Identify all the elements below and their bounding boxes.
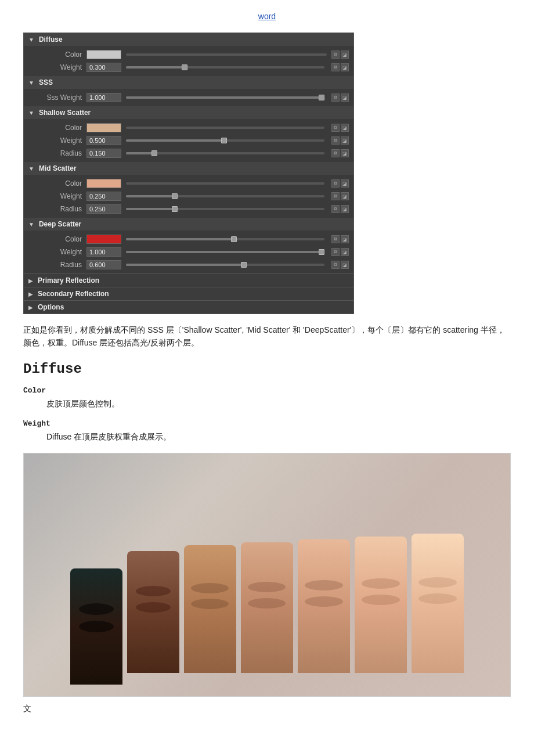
deep-radius-input[interactable] [86, 260, 121, 269]
diffuse-color-icons: ⧉ ◪ [331, 51, 349, 59]
color-prop-title: Color [23, 386, 511, 395]
secondary-reflection-row[interactable]: ▶ Secondary Reflection [24, 287, 353, 300]
deep-weight-slider[interactable] [126, 251, 324, 253]
shallow-weight-copy-icon[interactable]: ⧉ [331, 136, 340, 145]
primary-reflection-row[interactable]: ▶ Primary Reflection [24, 273, 353, 287]
secondary-reflection-title: Secondary Reflection [38, 290, 109, 298]
shallow-weight-icons: ⧉ ◪ [331, 136, 349, 145]
deep-scatter-arrow: ▼ [28, 221, 34, 228]
shallow-weight-input[interactable] [86, 136, 121, 145]
shallow-radius-key-icon[interactable]: ◪ [341, 149, 349, 157]
shallow-weight-key-icon[interactable]: ◪ [341, 136, 349, 145]
shallow-weight-row: Weight ⧉ ◪ [24, 134, 353, 147]
bottom-label: 文 [23, 704, 511, 714]
deep-color-copy-icon[interactable]: ⧉ [331, 235, 340, 243]
shallow-color-copy-icon[interactable]: ⧉ [331, 124, 340, 132]
top-link-container: word [23, 12, 511, 21]
mid-scatter-arrow: ▼ [28, 165, 34, 172]
shallow-radius-icons: ⧉ ◪ [331, 149, 349, 157]
diffuse-arrow: ▼ [28, 37, 34, 43]
deep-scatter-header[interactable]: ▼ Deep Scatter [24, 218, 353, 231]
deep-color-swatch[interactable] [86, 235, 121, 244]
diffuse-content: Color ⧉ ◪ Weight [24, 46, 353, 76]
render-image [23, 453, 511, 697]
mid-radius-icons: ⧉ ◪ [331, 205, 349, 213]
deep-radius-key-icon[interactable]: ◪ [341, 261, 349, 269]
diffuse-header[interactable]: ▼ Diffuse [24, 33, 353, 46]
deep-color-key-icon[interactable]: ◪ [341, 235, 349, 243]
diffuse-color-key-icon[interactable]: ◪ [341, 51, 349, 59]
diffuse-weight-row: Weight ⧉ ◪ [24, 61, 353, 74]
sss-weight-input[interactable] [86, 93, 121, 102]
sss-header[interactable]: ▼ SSS [24, 76, 353, 89]
options-arrow: ▶ [28, 304, 33, 311]
shallow-radius-row: Radius ⧉ ◪ [24, 147, 353, 160]
deep-radius-label: Radius [28, 261, 86, 269]
shallow-radius-input[interactable] [86, 149, 121, 158]
diffuse-weight-key-icon[interactable]: ◪ [341, 63, 349, 71]
deep-radius-copy-icon[interactable]: ⧉ [331, 261, 340, 269]
deep-color-slider [126, 238, 324, 240]
deep-weight-key-icon[interactable]: ◪ [341, 248, 349, 256]
mid-weight-input[interactable] [86, 192, 121, 201]
sss-arrow: ▼ [28, 80, 34, 86]
secondary-reflection-arrow: ▶ [28, 291, 33, 297]
shallow-radius-slider[interactable] [126, 152, 324, 154]
deep-color-icons: ⧉ ◪ [331, 235, 349, 243]
mid-radius-label: Radius [28, 205, 86, 213]
mid-weight-key-icon[interactable]: ◪ [341, 192, 349, 200]
mid-color-slider [126, 182, 324, 185]
mid-color-swatch[interactable] [86, 179, 121, 188]
mid-radius-input[interactable] [86, 204, 121, 214]
bottom-label-text: 文 [23, 704, 31, 713]
sss-weight-copy-icon[interactable]: ⧉ [331, 93, 340, 102]
diffuse-weight-input[interactable] [86, 63, 121, 72]
deep-radius-slider[interactable] [126, 264, 324, 266]
diffuse-color-swatch[interactable] [86, 50, 121, 59]
sss-weight-key-icon[interactable]: ◪ [341, 93, 349, 102]
deep-weight-copy-icon[interactable]: ⧉ [331, 248, 340, 256]
mid-weight-row: Weight ⧉ ◪ [24, 190, 353, 203]
mid-weight-copy-icon[interactable]: ⧉ [331, 192, 340, 200]
options-row[interactable]: ▶ Options [24, 300, 353, 314]
shallow-color-key-icon[interactable]: ◪ [341, 124, 349, 132]
mid-radius-slider[interactable] [126, 208, 324, 210]
deep-color-row: Color ⧉ ◪ [24, 233, 353, 246]
shallow-weight-slider[interactable] [126, 139, 324, 142]
deep-weight-label: Weight [28, 248, 86, 256]
mid-radius-row: Radius ⧉ ◪ [24, 203, 353, 215]
top-link[interactable]: word [258, 12, 276, 21]
deep-weight-row: Weight ⧉ ◪ [24, 246, 353, 258]
mid-scatter-header[interactable]: ▼ Mid Scatter [24, 162, 353, 175]
color-prop: Color 皮肤顶层颜色控制。 [23, 386, 511, 410]
diffuse-weight-label: Weight [28, 63, 86, 71]
deep-scatter-content: Color ⧉ ◪ Weight [24, 231, 353, 273]
diffuse-color-copy-icon[interactable]: ⧉ [331, 51, 340, 59]
mid-scatter-title: Mid Scatter [39, 164, 77, 172]
description-text: 正如是你看到，材质分解成不同的 SSS 层〔'Shallow Scatter',… [23, 323, 511, 350]
deep-weight-icons: ⧉ ◪ [331, 248, 349, 256]
material-panel: ▼ Diffuse Color ⧉ ◪ Weight [23, 33, 354, 314]
deep-scatter-title: Deep Scatter [39, 220, 81, 228]
sss-weight-icons: ⧉ ◪ [331, 93, 349, 102]
diffuse-weight-copy-icon[interactable]: ⧉ [331, 63, 340, 71]
mid-color-copy-icon[interactable]: ⧉ [331, 179, 340, 188]
shallow-radius-copy-icon[interactable]: ⧉ [331, 149, 340, 157]
diffuse-weight-icons: ⧉ ◪ [331, 63, 349, 71]
primary-reflection-title: Primary Reflection [38, 276, 99, 285]
shallow-color-swatch[interactable] [86, 123, 121, 132]
weight-prop: Weight Diffuse 在顶层皮肤权重合成展示。 [23, 419, 511, 443]
diffuse-section-title: Diffuse [23, 361, 511, 377]
deep-weight-input[interactable] [86, 247, 121, 257]
mid-weight-slider[interactable] [126, 195, 324, 197]
mid-color-row: Color ⧉ ◪ [24, 177, 353, 190]
mid-weight-label: Weight [28, 192, 86, 200]
shallow-color-label: Color [28, 124, 86, 132]
shallow-scatter-header[interactable]: ▼ Shallow Scatter [24, 106, 353, 119]
diffuse-weight-slider[interactable] [126, 66, 324, 69]
mid-radius-copy-icon[interactable]: ⧉ [331, 205, 340, 213]
shallow-scatter-content: Color ⧉ ◪ Weight ⧉ [24, 119, 353, 162]
mid-radius-key-icon[interactable]: ◪ [341, 205, 349, 213]
sss-weight-slider[interactable] [126, 96, 324, 99]
mid-color-key-icon[interactable]: ◪ [341, 179, 349, 188]
